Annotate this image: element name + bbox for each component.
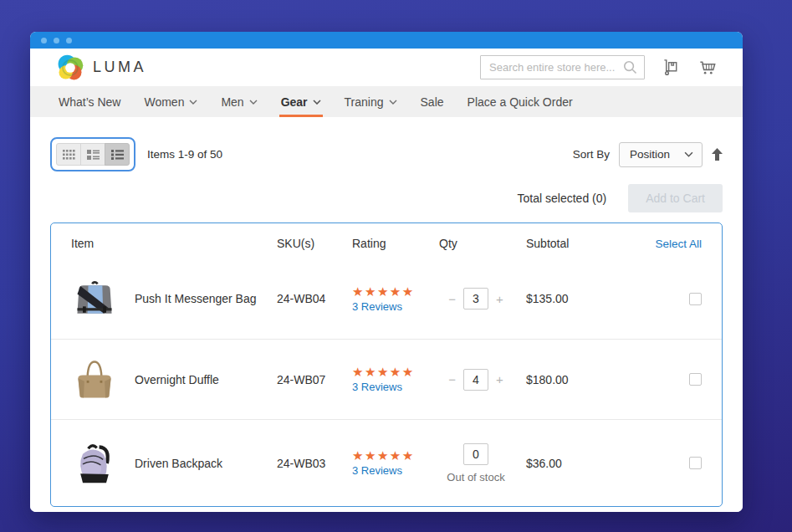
- star-rating-icons: ★★★★★: [352, 449, 439, 462]
- row-checkbox[interactable]: [689, 457, 702, 469]
- qty-input[interactable]: [463, 443, 488, 465]
- sort-by-label: Sort By: [573, 148, 610, 161]
- view-mode-switcher: [50, 137, 135, 171]
- brand-name: LUMA: [93, 59, 146, 76]
- list-toolbar: Items 1-9 of 50 Sort By Position: [50, 137, 723, 171]
- product-image-backpack: [71, 439, 118, 488]
- items-table: Item SKU(s) Rating Qty Subtotal Select A…: [50, 223, 723, 507]
- list-view-icon: [87, 150, 100, 160]
- sort-selected-value: Position: [630, 148, 670, 161]
- chevron-down-icon: [189, 100, 197, 105]
- header-item: Item: [71, 237, 277, 250]
- items-count: Items 1-9 of 50: [147, 148, 222, 161]
- reviews-link[interactable]: 3 Reviews: [352, 381, 439, 393]
- product-name: Push It Messenger Bag: [135, 292, 257, 305]
- grid-view-icon: [63, 150, 75, 160]
- qty-increase-button[interactable]: +: [496, 373, 503, 386]
- chevron-down-icon: [684, 151, 693, 157]
- view-mode-detailed-button[interactable]: [105, 143, 130, 166]
- add-to-cart-button[interactable]: Add to Cart: [628, 184, 723, 212]
- header-subtotal: Subtotal: [526, 237, 630, 250]
- table-row: Overnight Duffle 24-WB07 ★★★★★ 3 Reviews…: [51, 339, 722, 419]
- sort-direction-button[interactable]: [712, 148, 723, 161]
- product-name: Driven Backpack: [135, 457, 222, 470]
- header-sku: SKU(s): [277, 237, 352, 250]
- star-rating-icons: ★★★★★: [352, 366, 439, 378]
- qty-increase-button[interactable]: +: [496, 293, 503, 305]
- arrow-up-icon: [712, 148, 723, 161]
- product-image-messenger-bag: [71, 274, 118, 323]
- qty-input[interactable]: [463, 288, 488, 309]
- qty-input[interactable]: [463, 369, 488, 391]
- nav-label: Sale: [421, 95, 444, 109]
- qty-control: − +: [439, 369, 513, 391]
- row-checkbox[interactable]: [689, 373, 702, 386]
- window-titlebar: [30, 32, 743, 49]
- nav-item-men[interactable]: Men: [209, 86, 268, 117]
- qty-decrease-button[interactable]: −: [448, 373, 456, 386]
- nav-item-gear[interactable]: Gear: [269, 86, 333, 117]
- table-row: Push It Messenger Bag 24-WB04 ★★★★★ 3 Re…: [51, 258, 722, 339]
- search-input[interactable]: [480, 55, 645, 79]
- qty-control: Out of stock: [439, 443, 513, 483]
- nav-item-quick-order[interactable]: Place a Quick Order: [456, 86, 585, 117]
- product-sku: 24-WB03: [277, 457, 352, 470]
- main-navigation: What’s New Women Men Gear Traning Sale: [30, 86, 743, 117]
- nav-label: Traning: [345, 95, 384, 109]
- nav-label: Place a Quick Order: [468, 95, 573, 109]
- nav-item-women[interactable]: Women: [132, 86, 209, 117]
- nav-label: Women: [144, 95, 184, 109]
- nav-label: What’s New: [59, 95, 120, 109]
- chevron-down-icon: [249, 100, 258, 105]
- product-subtotal: $36.00: [526, 457, 630, 470]
- window-control-dot[interactable]: [66, 38, 72, 43]
- nav-label: Men: [221, 95, 243, 109]
- qty-control: − +: [439, 288, 513, 309]
- view-mode-grid-button[interactable]: [56, 143, 81, 166]
- cart-icon[interactable]: [697, 58, 718, 77]
- table-header-row: Item SKU(s) Rating Qty Subtotal Select A…: [51, 223, 722, 258]
- quick-order-icon[interactable]: [662, 58, 681, 77]
- chevron-down-icon: [389, 100, 397, 105]
- total-selected-label: Total selected (0): [518, 192, 607, 205]
- product-rating: ★★★★★ 3 Reviews: [352, 366, 439, 393]
- view-mode-list-button[interactable]: [80, 143, 105, 166]
- product-subtotal: $135.00: [526, 292, 630, 305]
- browser-window: LUMA: [30, 32, 743, 512]
- product-image-duffle: [71, 356, 118, 404]
- nav-item-traning[interactable]: Traning: [333, 86, 409, 117]
- page-content: Items 1-9 of 50 Sort By Position: [30, 117, 743, 512]
- star-rating-icons: ★★★★★: [352, 285, 439, 298]
- product-rating: ★★★★★ 3 Reviews: [352, 449, 439, 477]
- reviews-link[interactable]: 3 Reviews: [352, 300, 439, 313]
- qty-decrease-button[interactable]: −: [448, 293, 456, 305]
- product-sku: 24-WB07: [277, 373, 352, 386]
- search-box: [480, 55, 645, 79]
- reviews-link[interactable]: 3 Reviews: [352, 464, 439, 477]
- row-checkbox[interactable]: [689, 293, 702, 305]
- search-icon[interactable]: [622, 59, 638, 79]
- desktop-background: LUMA: [0, 0, 792, 532]
- table-row: Driven Backpack 24-WB03 ★★★★★ 3 Reviews …: [51, 419, 722, 506]
- product-subtotal: $180.00: [526, 373, 630, 386]
- site-header: LUMA: [30, 49, 743, 86]
- luma-logo[interactable]: LUMA: [55, 53, 146, 83]
- product-name: Overnight Duffle: [135, 373, 219, 386]
- header-qty: Qty: [439, 237, 526, 250]
- nav-item-whats-new[interactable]: What’s New: [47, 86, 132, 117]
- window-control-dot[interactable]: [54, 38, 59, 43]
- product-sku: 24-WB04: [277, 292, 352, 305]
- selection-bar: Total selected (0) Add to Cart: [50, 184, 723, 212]
- select-all-link[interactable]: Select All: [655, 238, 702, 250]
- luma-logo-icon: [55, 53, 85, 83]
- stock-status: Out of stock: [447, 471, 504, 483]
- header-rating: Rating: [352, 237, 439, 250]
- sort-select[interactable]: Position: [619, 142, 703, 167]
- chevron-down-icon: [313, 100, 321, 105]
- window-control-dot[interactable]: [41, 38, 47, 43]
- nav-label: Gear: [281, 95, 308, 109]
- detailed-view-icon: [111, 150, 124, 160]
- nav-item-sale[interactable]: Sale: [409, 86, 456, 117]
- product-rating: ★★★★★ 3 Reviews: [352, 285, 439, 313]
